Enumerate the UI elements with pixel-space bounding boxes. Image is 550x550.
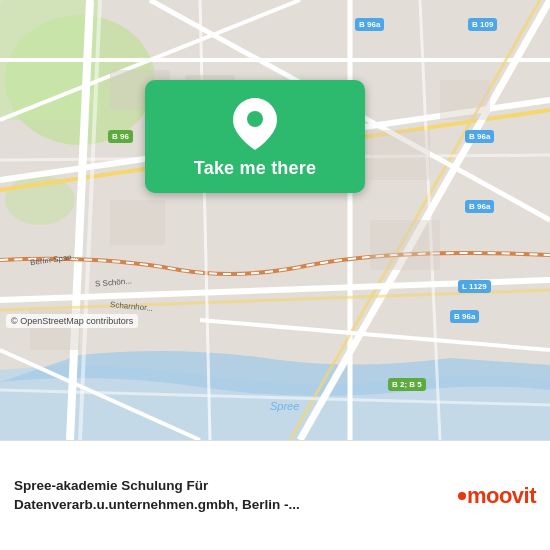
moovit-logo: moovit: [458, 483, 536, 509]
location-card: Take me there: [145, 80, 365, 193]
map-container: B 96a B 96a B 96a B 96a B 96 B 109 B 2; …: [0, 0, 550, 440]
svg-point-29: [247, 111, 263, 127]
map-svg: [0, 0, 550, 440]
pin-icon: [233, 98, 277, 150]
take-me-there-button[interactable]: Take me there: [194, 158, 316, 179]
bottom-bar: Spree-akademie Schulung Für Datenverarb.…: [0, 440, 550, 550]
route-badge-l1129: L 1129: [458, 280, 491, 293]
svg-rect-26: [440, 80, 490, 120]
moovit-text: moovit: [467, 483, 536, 509]
location-title-line2: Datenverarb.u.unternehmen.gmbh, Berlin -…: [14, 496, 448, 515]
moovit-dot: [458, 492, 466, 500]
water-label-spree: Spree: [270, 400, 299, 412]
svg-rect-25: [370, 130, 430, 180]
svg-rect-24: [110, 200, 165, 245]
route-badge-b96a-mid: B 96a: [465, 130, 494, 143]
route-badge-b2b5: B 2; B 5: [388, 378, 426, 391]
svg-rect-27: [370, 220, 440, 270]
bottom-text: Spree-akademie Schulung Für Datenverarb.…: [14, 477, 448, 515]
location-title-line1: Spree-akademie Schulung Für: [14, 477, 448, 496]
osm-attribution: © OpenStreetMap contributors: [6, 314, 138, 328]
route-badge-b96a-top: B 96a: [355, 18, 384, 31]
route-badge-b96a-bottom: B 96a: [450, 310, 479, 323]
route-badge-b109: B 109: [468, 18, 497, 31]
route-badge-b96-left: B 96: [108, 130, 133, 143]
route-badge-b96a-right2: B 96a: [465, 200, 494, 213]
